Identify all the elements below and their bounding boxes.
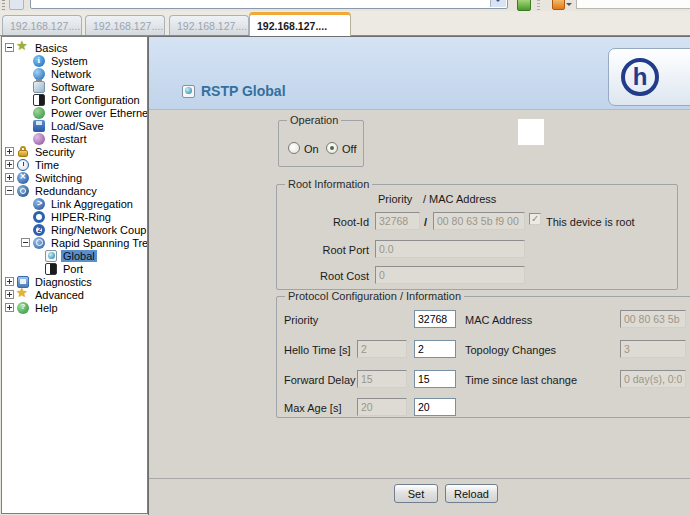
tree-item-label: Ring/Network Coup [49, 224, 148, 236]
redundancy-icon [17, 185, 29, 197]
tree-item-link-aggregation[interactable]: Link Aggregation [2, 197, 147, 210]
toolbar-grip[interactable] [2, 0, 5, 10]
page-title-text: RSTP Global [201, 83, 286, 99]
forward-delay-current-field [357, 370, 407, 388]
tree-item-label: Time [33, 159, 61, 171]
tree-item-label: Global [61, 250, 97, 262]
tree-item-global-selected[interactable]: Global [2, 249, 147, 262]
browser-tab-3[interactable]: 192.168.127.... [169, 15, 249, 35]
tree-item-label: Diagnostics [33, 276, 94, 288]
tree-item-redundancy[interactable]: Redundancy [2, 184, 147, 197]
spanning-tree-icon [33, 237, 45, 249]
tree-item-security[interactable]: Security [2, 145, 147, 158]
operation-legend: Operation [287, 114, 341, 126]
max-age-label: Max Age [s] [284, 402, 341, 414]
tree-item-label: Redundancy [33, 185, 99, 197]
address-bar[interactable] [30, 0, 508, 9]
priority-label: Priority [284, 314, 318, 326]
tree-item-load-save[interactable]: Load/Save [2, 119, 147, 132]
tree-item-advanced[interactable]: Advanced [2, 288, 147, 301]
tree-item-network[interactable]: Network [2, 67, 147, 80]
tree-item-help[interactable]: Help [2, 301, 147, 314]
hello-time-input[interactable] [414, 340, 456, 358]
tree-item-label: Network [49, 68, 93, 80]
mac-address-label: MAC Address [465, 314, 532, 326]
browser-tab-1[interactable]: 192.168.127.... [2, 15, 82, 35]
tree-item-label: Advanced [33, 289, 86, 301]
collapse-icon[interactable] [5, 186, 14, 195]
protocol-configuration-group: Protocol Configuration / Information Pri… [276, 296, 690, 418]
go-icon[interactable] [517, 0, 531, 11]
this-device-is-root-label: This device is root [546, 216, 635, 228]
tree-item-software[interactable]: Software [2, 80, 147, 93]
address-dropdown-icon[interactable] [490, 0, 506, 7]
tree-item-system[interactable]: System [2, 54, 147, 67]
priority-input[interactable] [414, 310, 456, 328]
root-cost-field [375, 266, 525, 284]
power-icon [33, 107, 45, 119]
root-id-separator: / [424, 216, 427, 228]
tree-item-port[interactable]: Port [2, 262, 147, 275]
tree-item-label: Help [33, 302, 60, 314]
operation-on-radio[interactable] [288, 142, 300, 154]
max-age-current-field [357, 398, 407, 416]
set-button-label: Set [408, 488, 425, 500]
topology-changes-label: Topology Changes [465, 344, 556, 356]
tree-item-label: System [49, 55, 90, 67]
link-aggregation-icon [33, 198, 45, 210]
search-caret-icon[interactable] [566, 3, 572, 9]
time-since-last-change-field [620, 370, 686, 388]
navigation-tree: Basics System Network Software Port Conf… [1, 36, 148, 514]
operation-off-radio[interactable] [326, 142, 338, 154]
tab-label: 192.168.127.... [257, 20, 327, 32]
root-id-priority-field [375, 212, 420, 230]
collapse-icon[interactable] [5, 43, 14, 52]
tree-item-switching[interactable]: Switching [2, 171, 147, 184]
forward-delay-input[interactable] [414, 370, 456, 388]
tree-item-ring-network-coupling[interactable]: Ring/Network Coup [2, 223, 147, 236]
search-input[interactable] [576, 0, 690, 9]
hello-time-current-field [357, 340, 407, 358]
expand-icon[interactable] [5, 173, 14, 182]
floppy-icon [33, 120, 45, 132]
page-title: RSTP Global [182, 83, 286, 99]
globe-orb-icon [45, 250, 57, 262]
expand-icon[interactable] [5, 147, 14, 156]
expand-icon[interactable] [5, 277, 14, 286]
tree-item-rapid-spanning-tree[interactable]: Rapid Spanning Tre [2, 236, 147, 249]
protocol-configuration-legend: Protocol Configuration / Information [285, 290, 464, 302]
package-icon [33, 81, 45, 93]
tree-item-restart[interactable]: Restart [2, 132, 147, 145]
ring-coupling-icon [33, 224, 45, 236]
info-icon [33, 55, 45, 67]
tree-item-port-configuration[interactable]: Port Configuration [2, 93, 147, 106]
tree-item-label: Port [61, 263, 85, 275]
root-information-group: Root Information Priority / MAC Address … [276, 184, 678, 290]
expand-icon[interactable] [5, 290, 14, 299]
root-cost-label: Root Cost [277, 270, 369, 282]
max-age-input[interactable] [414, 398, 456, 416]
tree-item-power-over-ethernet[interactable]: Power over Etherne [2, 106, 147, 119]
tree-item-label: Port Configuration [49, 94, 142, 106]
toolbar-button[interactable] [9, 0, 24, 10]
lock-icon [17, 146, 29, 158]
browser-tab-2[interactable]: 192.168.127.... [85, 15, 165, 35]
expand-icon[interactable] [5, 160, 14, 169]
browser-tab-4-active[interactable]: 192.168.127.... [249, 12, 351, 36]
tree-item-basics[interactable]: Basics [2, 41, 147, 54]
switching-icon [17, 172, 29, 184]
operation-group: Operation On Off [278, 120, 364, 167]
tree-item-time[interactable]: Time [2, 158, 147, 171]
this-device-is-root-checkbox [529, 213, 541, 225]
collapse-icon[interactable] [21, 238, 30, 247]
set-button[interactable]: Set [394, 484, 438, 503]
tab-label: 192.168.127.... [177, 20, 247, 32]
tree-item-label: Load/Save [49, 120, 106, 132]
page-header-band: RSTP Global h [149, 37, 690, 110]
expand-icon[interactable] [5, 303, 14, 312]
reload-button[interactable]: Reload [445, 484, 498, 503]
root-id-label: Root-Id [277, 216, 369, 228]
search-provider-icon[interactable] [552, 0, 565, 10]
port-icon [33, 94, 45, 106]
tree-item-hiper-ring[interactable]: HIPER-Ring [2, 210, 147, 223]
